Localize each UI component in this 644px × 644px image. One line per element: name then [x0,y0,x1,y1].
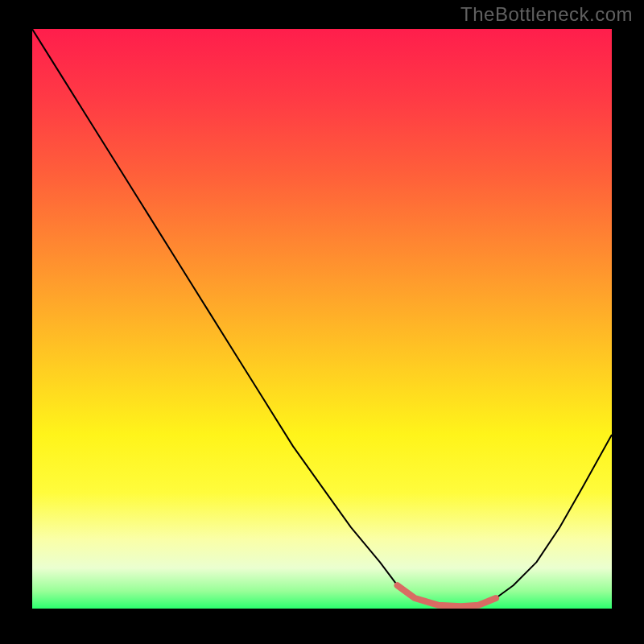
watermark-text: TheBottleneck.com [460,3,633,26]
chart-svg [32,29,612,609]
gradient-background [32,29,612,609]
chart-container: TheBottleneck.com [0,0,644,644]
plot-area [32,29,612,609]
